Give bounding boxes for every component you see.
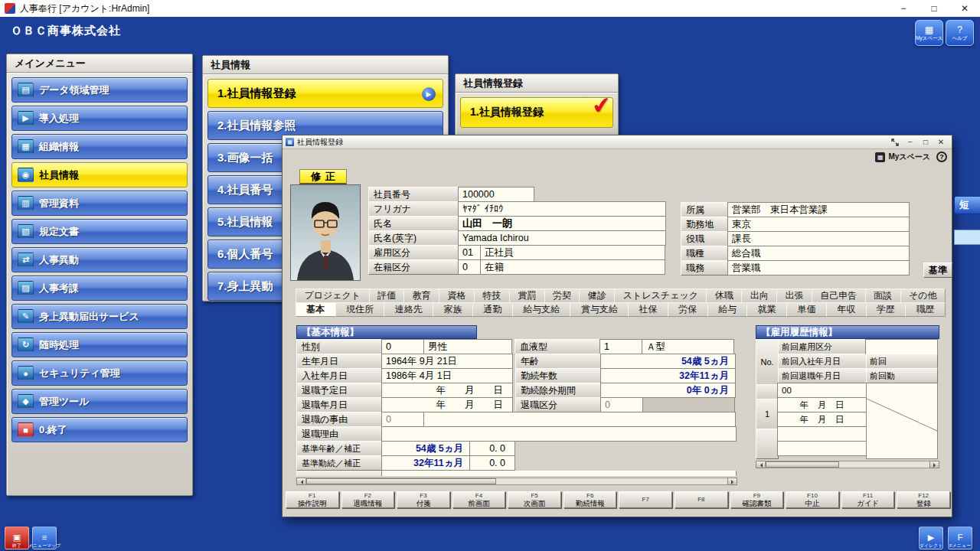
- function-key[interactable]: F1 操作説明: [286, 491, 339, 508]
- retire-plan-date-field[interactable]: 年 月 日: [381, 383, 513, 398]
- blood-code-field[interactable]: 1: [599, 339, 642, 354]
- direct-button[interactable]: ▶ ダイレクト: [919, 527, 943, 549]
- retire-class-code-field[interactable]: 0: [600, 397, 643, 412]
- prev-retire-date-field[interactable]: 年 月 日: [777, 412, 867, 427]
- gender-field[interactable]: 男性: [423, 339, 512, 354]
- function-key[interactable]: F3 付箋: [397, 491, 450, 508]
- employee-number-field[interactable]: 100000: [458, 187, 534, 202]
- base-service-adjust-field[interactable]: 0. 0: [469, 455, 515, 471]
- tab[interactable]: 給与: [707, 302, 748, 317]
- tab[interactable]: 就業: [746, 302, 787, 317]
- tab[interactable]: 労契: [544, 289, 580, 303]
- help-button[interactable]: ? ヘルプ: [946, 20, 974, 46]
- prev-employment-code-field[interactable]: 00: [777, 383, 867, 398]
- menu-item-evaluation[interactable]: ▨人事考課: [11, 276, 188, 301]
- tab[interactable]: 賞罰: [509, 289, 545, 303]
- job-type-field[interactable]: 総合職: [727, 246, 910, 261]
- resize-icon[interactable]: [887, 136, 903, 148]
- work-location-field[interactable]: 東京: [727, 217, 910, 232]
- menu-item-regulations[interactable]: ▧規定文書: [11, 219, 188, 244]
- function-key[interactable]: F4 前画面: [452, 491, 506, 508]
- retire-reason-field[interactable]: [381, 426, 737, 442]
- history-empty-cell[interactable]: [777, 426, 867, 442]
- tab[interactable]: 特技: [474, 289, 510, 303]
- menu-item-reports[interactable]: ▥管理資料: [11, 191, 188, 216]
- scroll-right-icon[interactable]: [929, 461, 939, 468]
- retire-date-field[interactable]: 年 月 日: [381, 397, 513, 412]
- menu-item-adhoc[interactable]: ↻随時処理: [11, 332, 188, 357]
- menu-item-organization[interactable]: ▦組織情報: [11, 134, 188, 159]
- menu-item-transfer[interactable]: ⇄人事異動: [11, 247, 188, 272]
- exit-button[interactable]: ▣ 終了: [5, 527, 29, 549]
- tab[interactable]: 現住所: [335, 302, 385, 317]
- function-key[interactable]: F5 次画面: [508, 491, 561, 508]
- department-field[interactable]: 営業部 東日本営業課: [727, 202, 910, 217]
- menu-item-tools[interactable]: ◆管理ツール: [11, 389, 188, 414]
- tab[interactable]: その他: [900, 289, 946, 303]
- retire-cause-field[interactable]: [423, 412, 736, 427]
- menu-item-security[interactable]: ●セキュリティ管理: [11, 360, 188, 386]
- dialog-myspace-button[interactable]: ▦ Myスペース: [875, 152, 930, 162]
- maximize-icon[interactable]: □: [919, 0, 949, 17]
- tab[interactable]: 自己申告: [812, 289, 866, 303]
- prev-hire-date-field[interactable]: 年 月 日: [777, 397, 867, 412]
- name-field[interactable]: 山田 一朗: [458, 216, 666, 231]
- tab[interactable]: 健診: [579, 289, 615, 303]
- name-en-field[interactable]: Yamada Ichirou: [458, 230, 666, 246]
- tab[interactable]: 面談: [865, 289, 901, 303]
- retire-cause-code-field[interactable]: 0: [381, 412, 424, 427]
- tab[interactable]: 給与支給: [512, 302, 571, 317]
- tab[interactable]: 評価: [369, 289, 405, 303]
- history-table-hscrollbar[interactable]: [756, 461, 939, 468]
- tab[interactable]: 労保: [668, 302, 708, 317]
- birth-date-field[interactable]: 1964年 9月 21日: [381, 354, 513, 369]
- menu-item-exit[interactable]: ■0.終了: [11, 417, 188, 442]
- submenu-item-register[interactable]: 1.社員情報登録 ▶: [207, 79, 443, 108]
- function-key[interactable]: F9 確認書類: [730, 491, 784, 508]
- employment-class-code-field[interactable]: 01: [458, 245, 481, 260]
- tab[interactable]: 教育: [403, 289, 439, 303]
- history-empty-cell[interactable]: [777, 441, 867, 456]
- scrollbar-track[interactable]: [765, 461, 930, 468]
- service-exclusion-field[interactable]: 0年 0ヵ月: [600, 383, 736, 398]
- tab[interactable]: 職歴: [905, 302, 946, 317]
- tab[interactable]: 賞与支給: [570, 302, 629, 317]
- enrollment-class-field[interactable]: 在籍: [480, 259, 665, 275]
- tab[interactable]: 学歴: [866, 302, 906, 317]
- prev-class-field[interactable]: [865, 339, 938, 354]
- function-key[interactable]: F6 勤続情報: [564, 491, 617, 508]
- task-item-register[interactable]: 1.社員情報登録 ✔: [460, 97, 613, 128]
- base-age-adjust-field[interactable]: 0. 0: [469, 441, 515, 456]
- dialog-minimize-icon[interactable]: −: [903, 136, 918, 148]
- function-key[interactable]: F8: [675, 491, 728, 508]
- blood-type-field[interactable]: Ａ型: [642, 339, 734, 354]
- enrollment-class-code-field[interactable]: 0: [458, 259, 481, 275]
- scrollbar-track[interactable]: [305, 478, 728, 485]
- function-key[interactable]: F2 退職情報: [341, 491, 395, 508]
- tab[interactable]: 出張: [776, 289, 812, 303]
- job-duty-field[interactable]: 営業職: [727, 260, 910, 276]
- tab[interactable]: ストレスチェック: [614, 289, 707, 303]
- tab[interactable]: 出向: [741, 289, 777, 303]
- close-icon[interactable]: ✕: [949, 0, 980, 17]
- tab[interactable]: 通勤: [472, 302, 513, 317]
- tab[interactable]: 家族: [433, 302, 473, 317]
- short-register-button[interactable]: 短: [954, 196, 980, 214]
- tab[interactable]: 社保: [628, 302, 668, 317]
- hire-date-field[interactable]: 1986年 4月 1日: [381, 368, 513, 383]
- function-key[interactable]: F10 中止: [786, 491, 839, 508]
- scroll-right-icon[interactable]: [727, 478, 737, 485]
- menu-item-employee-info[interactable]: ◉社員情報: [11, 162, 188, 187]
- tab[interactable]: 休職: [706, 289, 742, 303]
- employment-class-field[interactable]: 正社員: [480, 245, 665, 260]
- f-menu-button[interactable]: F Fメニュー: [948, 527, 972, 549]
- function-key[interactable]: F11 ガイド: [841, 491, 895, 508]
- position-field[interactable]: 課長: [727, 231, 910, 246]
- minimize-icon[interactable]: −: [888, 0, 919, 17]
- standard-button[interactable]: 基準: [923, 262, 952, 278]
- tab[interactable]: 連絡先: [384, 302, 433, 317]
- tab[interactable]: 単価: [786, 302, 827, 317]
- tab[interactable]: 資格: [439, 289, 475, 303]
- help-icon[interactable]: ?: [936, 152, 947, 162]
- menu-map-button[interactable]: ≡ メニューマップ: [32, 527, 57, 549]
